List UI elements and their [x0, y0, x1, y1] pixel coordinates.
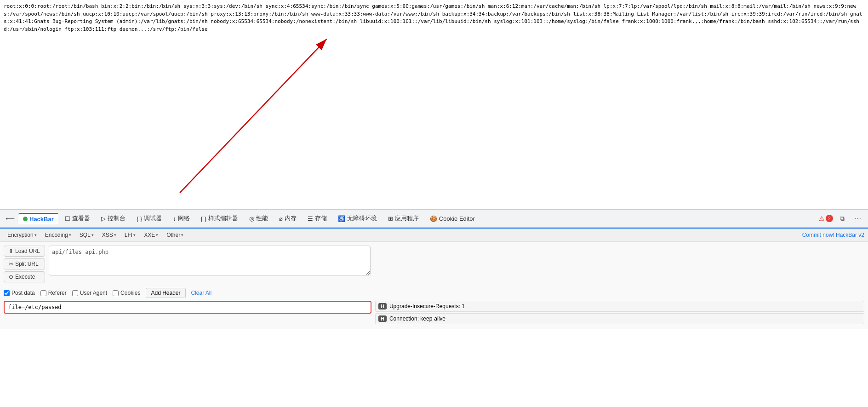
hackbar-menu: Encryption ▾ Encoding ▾ SQL ▾ XSS ▾ LFI …: [0, 229, 868, 242]
other-caret: ▾: [181, 233, 183, 237]
tab-performance[interactable]: ◎ 性能: [245, 212, 273, 224]
split-icon: ✂: [9, 261, 13, 267]
menu-lfi[interactable]: LFI ▾: [121, 230, 139, 240]
tab-console-icon: ▷: [101, 215, 106, 222]
tab-storage-label: 存储: [315, 214, 327, 223]
tab-debugger[interactable]: { } 调试器: [132, 212, 166, 224]
commit-label: Commit now! HackBar v2: [802, 232, 864, 238]
menu-encoding[interactable]: Encoding ▾: [41, 230, 75, 240]
tab-style-icon: { }: [201, 215, 206, 222]
tab-perf-label: 性能: [256, 214, 268, 223]
clear-all-link[interactable]: Clear All: [191, 290, 212, 296]
tab-cookie-label: Cookie Editor: [439, 215, 475, 222]
checkbox-row: Post data Referer User Agent Cookies Add…: [4, 288, 864, 298]
tab-inspector-label: 查看器: [72, 214, 90, 223]
hackbar-panel: Encryption ▾ Encoding ▾ SQL ▾ XSS ▾ LFI …: [0, 228, 868, 329]
tab-app-label: 应用程序: [395, 214, 419, 223]
tab-hackbar[interactable]: HackBar: [18, 213, 58, 224]
tab-a11y-label: 无障碍环境: [347, 214, 377, 223]
xss-caret: ▾: [114, 233, 116, 237]
referer-checkbox[interactable]: [40, 290, 46, 296]
menu-xss[interactable]: XSS ▾: [98, 230, 120, 240]
tab-mem-icon: ⌀: [279, 215, 283, 222]
tab-storage[interactable]: ☰ 存储: [303, 212, 331, 224]
devtools-toolbar: ⟵ HackBar ☐ 查看器 ▷ 控制台 { } 调试器 ↕ 网络 { } 样…: [0, 209, 868, 228]
header-h-badge-2: H: [378, 315, 387, 322]
cookies-checkbox[interactable]: [113, 290, 119, 296]
load-url-button[interactable]: ⬆ Load URL: [4, 246, 45, 257]
browser-content: root:x:0:0:root:/root:/bin/bash bin:x:2:…: [0, 0, 868, 209]
header-row-2: H Connection: keep-alive: [375, 313, 864, 324]
detach-icon[interactable]: ⧉: [836, 212, 849, 225]
hackbar-postdata: Post data Referer User Agent Cookies Add…: [0, 286, 868, 329]
tab-storage-icon: ☰: [308, 215, 313, 222]
tab-debugger-icon: { }: [137, 215, 142, 222]
upload-icon: ⬆: [9, 248, 13, 254]
tab-inspector-icon: ☐: [65, 215, 70, 222]
url-input[interactable]: [49, 246, 371, 275]
devtools-back-icon[interactable]: ⟵: [4, 212, 17, 225]
xxe-caret: ▾: [156, 233, 158, 237]
tab-debugger-label: 调试器: [144, 214, 162, 223]
tab-mem-label: 内存: [285, 214, 297, 223]
add-header-button[interactable]: Add Header: [146, 288, 185, 298]
hackbar-dot: [23, 217, 28, 221]
error-icon: ⚠: [819, 215, 825, 222]
execute-button[interactable]: ⊙ Execute: [4, 271, 45, 282]
postdata-area: H Upgrade-Insecure-Requests: 1 H Connect…: [4, 301, 864, 326]
tab-a11y-icon: ♿: [338, 215, 345, 222]
header-h-badge-1: H: [378, 303, 387, 310]
split-url-button[interactable]: ✂ Split URL: [4, 258, 45, 269]
tab-console[interactable]: ▷ 控制台: [97, 212, 130, 224]
tab-cookie-icon: 🍪: [430, 215, 437, 222]
menu-encryption[interactable]: Encryption ▾: [4, 230, 40, 240]
execute-icon: ⊙: [9, 274, 13, 280]
tab-network-icon: ↕: [173, 215, 176, 222]
error-count: 2: [826, 215, 833, 222]
url-area: [49, 246, 371, 282]
tab-accessibility[interactable]: ♿ 无障碍环境: [333, 212, 382, 224]
hackbar-action-buttons: ⬆ Load URL ✂ Split URL ⊙ Execute: [4, 246, 45, 282]
hackbar-controls: ⬆ Load URL ✂ Split URL ⊙ Execute: [0, 242, 868, 286]
postdata-input-container: [4, 301, 371, 326]
cookies-checkbox-label[interactable]: Cookies: [113, 290, 140, 296]
useragent-checkbox[interactable]: [72, 290, 78, 296]
referer-checkbox-label[interactable]: Referer: [40, 290, 67, 296]
tab-app-icon: ⊞: [388, 215, 393, 222]
tab-network[interactable]: ↕ 网络: [168, 212, 194, 224]
tab-inspector[interactable]: ☐ 查看器: [60, 212, 95, 224]
postdata-checkbox[interactable]: [4, 290, 10, 296]
encryption-caret: ▾: [34, 233, 37, 237]
tab-style-label: 样式编辑器: [208, 214, 238, 223]
tab-hackbar-label: HackBar: [29, 216, 54, 223]
tab-style-editor[interactable]: { } 样式编辑器: [196, 212, 243, 224]
error-badge-container[interactable]: ⚠ 2: [819, 215, 833, 222]
tab-network-label: 网络: [178, 214, 190, 223]
header-row-1: H Upgrade-Insecure-Requests: 1: [375, 301, 864, 312]
svg-line-1: [180, 39, 326, 193]
useragent-checkbox-label[interactable]: User Agent: [72, 290, 107, 296]
header-value-2: Connection: keep-alive: [389, 315, 445, 322]
sql-caret: ▾: [91, 233, 94, 237]
tab-cookie-editor[interactable]: 🍪 Cookie Editor: [425, 213, 480, 224]
lfi-caret: ▾: [133, 233, 136, 237]
postdata-input[interactable]: [4, 301, 371, 314]
menu-sql[interactable]: SQL ▾: [76, 230, 97, 240]
tab-perf-icon: ◎: [249, 215, 254, 222]
encoding-caret: ▾: [69, 233, 71, 237]
tab-application[interactable]: ⊞ 应用程序: [383, 212, 423, 224]
more-options-icon[interactable]: ⋯: [851, 212, 864, 225]
header-value-1: Upgrade-Insecure-Requests: 1: [389, 303, 465, 310]
menu-xxe[interactable]: XXE ▾: [140, 230, 162, 240]
tab-console-label: 控制台: [108, 214, 126, 223]
headers-container: H Upgrade-Insecure-Requests: 1 H Connect…: [375, 301, 864, 326]
menu-other[interactable]: Other ▾: [163, 230, 187, 240]
tab-memory[interactable]: ⌀ 内存: [274, 212, 301, 224]
postdata-checkbox-label[interactable]: Post data: [4, 290, 35, 296]
passwd-output: root:x:0:0:root:/root:/bin/bash bin:x:2:…: [0, 0, 868, 36]
